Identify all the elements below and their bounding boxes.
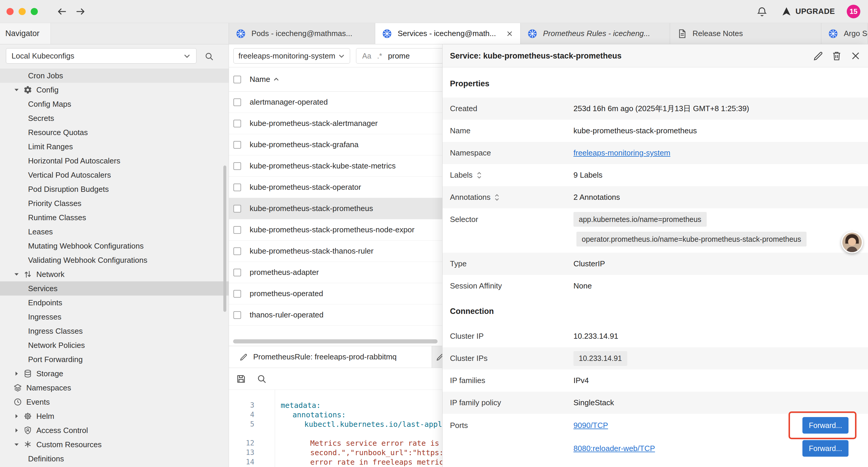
match-case-toggle[interactable]: Aa	[362, 52, 371, 60]
close-drawer-icon[interactable]	[850, 51, 861, 61]
dock-tab-partial[interactable]	[432, 346, 442, 368]
sidebar-item-definitions[interactable]: Definitions	[0, 451, 229, 466]
tab-argo[interactable]: Argo Se	[821, 23, 868, 44]
row-checkbox[interactable]	[234, 183, 241, 191]
horizontal-scrollbar[interactable]	[233, 339, 438, 344]
row-checkbox[interactable]	[234, 162, 241, 170]
upgrade-icon[interactable]	[781, 6, 792, 17]
sidebar-item-priority-classes[interactable]: Priority Classes	[0, 196, 229, 210]
chevron-right-icon[interactable]	[13, 370, 20, 377]
forward-icon[interactable]	[75, 6, 86, 17]
sidebar-item-limit-ranges[interactable]: Limit Ranges	[0, 140, 229, 154]
sidebar-item-mutating-webhook-configurations[interactable]: Mutating Webhook Configurations	[0, 239, 229, 253]
tab-services[interactable]: Services - icecheng@math...	[375, 23, 521, 44]
port-link-9090[interactable]: 9090/TCP	[574, 421, 608, 430]
table-row-selected[interactable]: kube-prometheus-stack-prometheus	[229, 198, 442, 219]
sidebar-item-access-control[interactable]: Access Control	[0, 423, 229, 437]
minimize-window-button[interactable]	[19, 8, 26, 15]
sidebar-item-ingress-classes[interactable]: Ingress Classes	[0, 324, 229, 338]
row-checkbox[interactable]	[234, 226, 241, 234]
kubeconfig-selector[interactable]: Local Kubeconfigs	[6, 48, 196, 63]
row-checkbox[interactable]	[234, 269, 241, 276]
sidebar-item-runtime-classes[interactable]: Runtime Classes	[0, 210, 229, 225]
sidebar-item-network[interactable]: Network	[0, 267, 229, 282]
select-all-checkbox[interactable]	[234, 76, 241, 83]
sidebar-item-ingresses[interactable]: Ingresses	[0, 310, 229, 324]
sidebar-item-events[interactable]: Events	[0, 395, 229, 409]
table-row[interactable]: kube-prometheus-stack-alertmanager	[229, 113, 442, 134]
sidebar-item-services[interactable]: Services	[0, 282, 229, 296]
row-checkbox[interactable]	[234, 205, 241, 212]
close-window-button[interactable]	[6, 8, 13, 15]
chevron-down-icon[interactable]	[13, 87, 20, 93]
edit-icon[interactable]	[813, 51, 824, 61]
row-checkbox[interactable]	[234, 290, 241, 298]
table-row[interactable]: thanos-ruler-operated	[229, 304, 442, 326]
column-header-name[interactable]: Name	[250, 75, 270, 84]
row-checkbox[interactable]	[234, 98, 241, 106]
row-checkbox[interactable]	[234, 247, 241, 255]
sidebar-search-icon[interactable]	[205, 52, 214, 61]
namespace-link[interactable]: freeleaps-monitoring-system	[574, 148, 670, 157]
sidebar-item-resource-quotas[interactable]: Resource Quotas	[0, 125, 229, 140]
row-checkbox[interactable]	[234, 141, 241, 149]
chevron-down-icon[interactable]	[13, 441, 20, 448]
notifications-bell-icon[interactable]	[756, 6, 768, 17]
tab-release-notes[interactable]: Release Notes	[670, 23, 821, 44]
save-icon[interactable]	[236, 374, 246, 384]
yaml-editor[interactable]: 3metadata: 4annotations: 5kubectl.kubern…	[229, 390, 442, 467]
sidebar-item-network-policies[interactable]: Network Policies	[0, 338, 229, 352]
sidebar-item-custom-resources[interactable]: Custom Resources	[0, 437, 229, 451]
dock-tab-prometheusrule[interactable]: PrometheusRule: freeleaps-prod-rabbitmq	[229, 346, 432, 368]
chevron-right-icon[interactable]	[13, 427, 20, 434]
table-row[interactable]: prometheus-adapter	[229, 262, 442, 283]
chevron-down-icon[interactable]	[13, 271, 20, 278]
forward-button-9090[interactable]: Forward...	[802, 417, 848, 434]
sidebar-item-cron-jobs[interactable]: Cron Jobs	[0, 68, 229, 83]
sidebar-item-storage[interactable]: Storage	[0, 367, 229, 381]
namespace-filter-dropdown[interactable]: freeleaps-monitoring-system	[234, 48, 350, 63]
row-checkbox[interactable]	[234, 311, 241, 319]
forward-button-8080[interactable]: Forward...	[802, 440, 848, 457]
table-row[interactable]: alertmanager-operated	[229, 92, 442, 113]
close-tab-icon[interactable]	[506, 30, 513, 37]
sidebar-item-vertical-pod-autoscalers[interactable]: Vertical Pod Autoscalers	[0, 168, 229, 182]
sidebar-item-pod-disruption-budgets[interactable]: Pod Disruption Budgets	[0, 182, 229, 196]
row-checkbox[interactable]	[234, 120, 241, 127]
sort-ascending-icon[interactable]	[273, 76, 279, 83]
table-row[interactable]: kube-prometheus-stack-prometheus-node-ex…	[229, 219, 442, 241]
port-link-8080[interactable]: 8080:reloader-web/TCP	[574, 444, 655, 453]
trash-icon[interactable]	[831, 51, 842, 61]
sidebar-item-validating-webhook-configurations[interactable]: Validating Webhook Configurations	[0, 253, 229, 267]
notification-count-badge[interactable]: 15	[847, 5, 860, 18]
table-row[interactable]: kube-prometheus-stack-operator	[229, 177, 442, 198]
expand-toggle-icon[interactable]	[476, 171, 482, 179]
kubernetes-icon	[382, 29, 392, 38]
table-row[interactable]: kube-prometheus-stack-kube-state-metrics	[229, 155, 442, 177]
tab-pods[interactable]: Pods - icecheng@mathmas...	[229, 23, 375, 44]
upgrade-button[interactable]: UPGRADE	[795, 7, 835, 16]
table-row[interactable]: kube-prometheus-stack-grafana	[229, 134, 442, 155]
table-row[interactable]: prometheus-operated	[229, 283, 442, 304]
back-icon[interactable]	[56, 6, 67, 17]
tab-prometheus-rules[interactable]: Prometheus Rules - icecheng...	[521, 23, 670, 44]
sidebar-item-port-forwarding[interactable]: Port Forwarding	[0, 352, 229, 367]
sidebar-item-horizontal-pod-autoscalers[interactable]: Horizontal Pod Autoscalers	[0, 154, 229, 168]
sidebar-item-secrets[interactable]: Secrets	[0, 111, 229, 125]
sidebar-scrollbar[interactable]	[223, 166, 226, 312]
list-search-box[interactable]: Aa .*	[356, 48, 442, 63]
search-input[interactable]	[388, 52, 432, 61]
sidebar-item-helm[interactable]: Helm	[0, 409, 229, 423]
sidebar-item-config-maps[interactable]: Config Maps	[0, 97, 229, 111]
sidebar-item-namespaces[interactable]: Namespaces	[0, 381, 229, 395]
table-row[interactable]: kube-prometheus-stack-thanos-ruler	[229, 241, 442, 262]
sidebar-item-endpoints[interactable]: Endpoints	[0, 296, 229, 310]
navigator-panel-tab[interactable]: Navigator	[0, 23, 51, 44]
search-icon[interactable]	[257, 374, 267, 384]
chevron-right-icon[interactable]	[13, 413, 20, 419]
sidebar-item-leases[interactable]: Leases	[0, 225, 229, 239]
regex-toggle[interactable]: .*	[377, 52, 382, 60]
expand-toggle-icon[interactable]	[494, 193, 500, 202]
maximize-window-button[interactable]	[31, 8, 38, 15]
sidebar-item-config[interactable]: Config	[0, 83, 229, 97]
